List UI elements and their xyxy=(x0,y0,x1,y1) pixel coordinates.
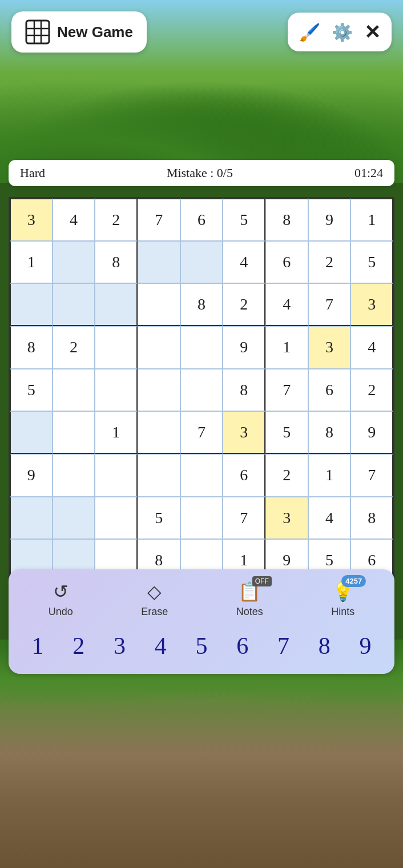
notes-badge: OFF xyxy=(252,576,272,586)
settings-icon[interactable]: ⚙️ xyxy=(332,22,353,42)
numpad-8[interactable]: 8 xyxy=(314,629,335,662)
sudoku-cell[interactable]: 8 xyxy=(223,369,265,412)
sudoku-cell[interactable]: 8 xyxy=(308,411,351,454)
sudoku-cell[interactable] xyxy=(95,326,138,369)
sudoku-grid: 3427658911846258247382913458762173589962… xyxy=(10,198,393,582)
sudoku-cell[interactable]: 3 xyxy=(308,326,351,369)
sudoku-cell[interactable] xyxy=(180,241,223,284)
sudoku-cell[interactable]: 9 xyxy=(223,326,265,369)
erase-button[interactable]: ◇ Erase xyxy=(141,581,168,618)
difficulty-label: Hard xyxy=(20,166,45,180)
sudoku-cell[interactable] xyxy=(138,241,180,284)
sudoku-cell[interactable] xyxy=(180,326,223,369)
undo-button[interactable]: ↺ Undo xyxy=(49,581,73,618)
sudoku-cell[interactable]: 6 xyxy=(265,241,308,284)
sudoku-cell[interactable]: 4 xyxy=(265,283,308,326)
sudoku-cell[interactable] xyxy=(10,497,53,540)
sudoku-cell[interactable] xyxy=(95,283,138,326)
status-bar: Hard Mistake : 0/5 01:24 xyxy=(9,160,394,186)
numpad-6[interactable]: 6 xyxy=(232,629,253,662)
numpad-1[interactable]: 1 xyxy=(27,629,48,662)
sudoku-cell[interactable]: 8 xyxy=(95,241,138,284)
sudoku-cell[interactable] xyxy=(53,411,95,454)
sudoku-cell[interactable]: 5 xyxy=(10,369,53,412)
sudoku-cell[interactable]: 2 xyxy=(95,198,138,241)
sudoku-cell[interactable]: 2 xyxy=(350,369,393,412)
sudoku-cell[interactable]: 2 xyxy=(265,454,308,497)
sudoku-cell[interactable] xyxy=(95,497,138,540)
sudoku-cell[interactable]: 1 xyxy=(265,326,308,369)
sudoku-cell[interactable] xyxy=(53,369,95,412)
undo-icon: ↺ xyxy=(53,581,68,602)
sudoku-cell[interactable]: 8 xyxy=(265,198,308,241)
new-game-button[interactable]: New Game xyxy=(11,11,147,53)
sudoku-cell[interactable]: 4 xyxy=(53,198,95,241)
sudoku-cell[interactable]: 8 xyxy=(180,283,223,326)
sudoku-cell[interactable]: 9 xyxy=(10,454,53,497)
numpad-3[interactable]: 3 xyxy=(109,629,130,662)
sudoku-grid-container: 3427658911846258247382913458762173589962… xyxy=(9,197,394,583)
sudoku-cell[interactable]: 3 xyxy=(265,497,308,540)
sudoku-cell[interactable] xyxy=(10,283,53,326)
sudoku-cell[interactable]: 4 xyxy=(350,326,393,369)
sudoku-cell[interactable] xyxy=(53,497,95,540)
sudoku-cell[interactable] xyxy=(53,241,95,284)
erase-icon: ◇ xyxy=(147,581,162,602)
sudoku-cell[interactable] xyxy=(95,369,138,412)
sudoku-cell[interactable]: 1 xyxy=(95,411,138,454)
hints-label: Hints xyxy=(331,606,354,618)
sudoku-cell[interactable] xyxy=(138,283,180,326)
sudoku-cell[interactable]: 9 xyxy=(308,198,351,241)
sudoku-cell[interactable]: 3 xyxy=(350,283,393,326)
sudoku-cell[interactable]: 6 xyxy=(180,198,223,241)
sudoku-cell[interactable]: 5 xyxy=(223,198,265,241)
sudoku-cell[interactable]: 2 xyxy=(223,283,265,326)
sudoku-cell[interactable]: 7 xyxy=(350,454,393,497)
sudoku-cell[interactable] xyxy=(95,454,138,497)
sudoku-cell[interactable]: 4 xyxy=(308,497,351,540)
sudoku-cell[interactable]: 6 xyxy=(223,454,265,497)
sudoku-cell[interactable]: 7 xyxy=(180,411,223,454)
notes-button[interactable]: OFF 📋 Notes xyxy=(236,581,263,618)
sudoku-cell[interactable]: 2 xyxy=(308,241,351,284)
hints-button[interactable]: 4257 💡 Hints xyxy=(331,581,354,618)
sudoku-cell[interactable]: 5 xyxy=(350,241,393,284)
sudoku-cell[interactable]: 9 xyxy=(350,411,393,454)
sudoku-cell[interactable]: 3 xyxy=(223,411,265,454)
sudoku-cell[interactable]: 7 xyxy=(265,369,308,412)
sudoku-cell[interactable] xyxy=(138,454,180,497)
sudoku-cell[interactable]: 5 xyxy=(138,497,180,540)
action-buttons: ↺ Undo ◇ Erase OFF 📋 Notes 4257 💡 Hints xyxy=(14,581,389,618)
sudoku-cell[interactable] xyxy=(10,411,53,454)
sudoku-cell[interactable] xyxy=(138,411,180,454)
sudoku-cell[interactable]: 4 xyxy=(223,241,265,284)
sudoku-cell[interactable] xyxy=(53,283,95,326)
sudoku-cell[interactable]: 3 xyxy=(10,198,53,241)
grid-icon xyxy=(25,19,50,45)
brush-icon[interactable]: 🖌️ xyxy=(299,22,320,42)
sudoku-cell[interactable]: 1 xyxy=(308,454,351,497)
sudoku-cell[interactable] xyxy=(180,497,223,540)
sudoku-cell[interactable]: 8 xyxy=(350,497,393,540)
sudoku-cell[interactable] xyxy=(180,369,223,412)
numpad-2[interactable]: 2 xyxy=(68,629,89,662)
sudoku-cell[interactable]: 6 xyxy=(308,369,351,412)
sudoku-cell[interactable] xyxy=(138,326,180,369)
sudoku-cell[interactable]: 7 xyxy=(138,198,180,241)
sudoku-cell[interactable]: 2 xyxy=(53,326,95,369)
sudoku-cell[interactable] xyxy=(180,454,223,497)
numpad-4[interactable]: 4 xyxy=(150,629,171,662)
sudoku-cell[interactable]: 1 xyxy=(350,198,393,241)
sudoku-cell[interactable] xyxy=(138,369,180,412)
sudoku-cell[interactable] xyxy=(53,454,95,497)
sudoku-cell[interactable]: 5 xyxy=(265,411,308,454)
numpad-7[interactable]: 7 xyxy=(273,629,294,662)
numpad-5[interactable]: 5 xyxy=(191,629,212,662)
sudoku-cell[interactable]: 7 xyxy=(223,497,265,540)
sudoku-cell[interactable]: 8 xyxy=(10,326,53,369)
close-icon[interactable]: ✕ xyxy=(364,21,380,43)
sudoku-cell[interactable]: 1 xyxy=(10,241,53,284)
svg-rect-0 xyxy=(26,21,49,43)
numpad-9[interactable]: 9 xyxy=(355,629,376,662)
sudoku-cell[interactable]: 7 xyxy=(308,283,351,326)
